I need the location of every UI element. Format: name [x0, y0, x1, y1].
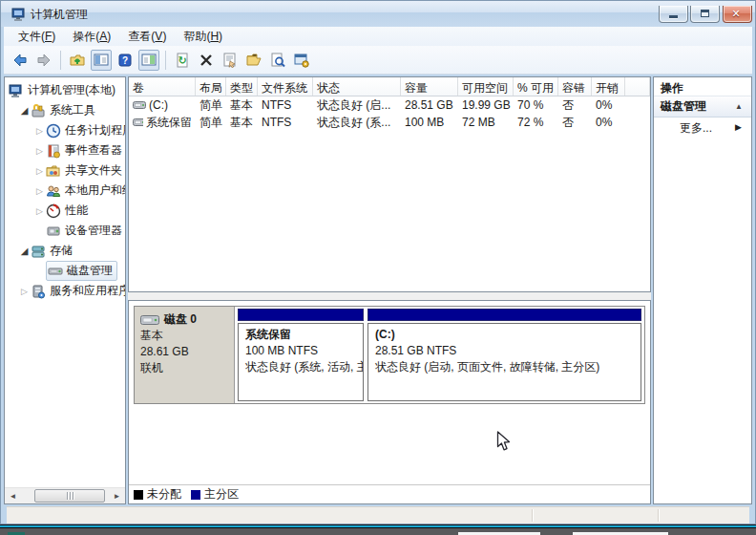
open-folder-icon[interactable]: [243, 50, 264, 71]
column-header-capacity[interactable]: 容量: [401, 77, 458, 96]
up-level-icon[interactable]: [67, 50, 88, 71]
toolbar-separator: [165, 51, 166, 70]
collapsed-arrow-icon[interactable]: ▷: [33, 206, 46, 216]
column-header-filler: [625, 77, 650, 96]
tree-item-performance[interactable]: ▷ 性能: [5, 201, 125, 221]
pane-splitter[interactable]: [128, 292, 651, 300]
tree-item-local-users-groups[interactable]: ▷ 本地用户和组: [5, 181, 125, 201]
primary-partition-color-swatch: [191, 490, 200, 500]
column-header-free-space[interactable]: 可用空间: [458, 77, 514, 96]
table-row[interactable]: 系统保留 简单 基本 NTFS 状态良好 (系... 100 MB 72 MB …: [129, 114, 650, 131]
help-icon[interactable]: ?: [115, 50, 136, 71]
device-manager-icon: [46, 224, 63, 239]
task-scheduler-icon: [46, 123, 63, 139]
column-header-status[interactable]: 状态: [313, 77, 401, 96]
menu-file[interactable]: 文件(F): [10, 27, 64, 47]
actions-pane-title: 操作: [654, 77, 751, 96]
expanded-arrow-icon[interactable]: ◢: [18, 105, 31, 116]
toolbar-separator: [60, 51, 61, 70]
menu-action[interactable]: 操作(A): [64, 27, 119, 47]
statusbar-separator: [658, 509, 659, 522]
collapsed-arrow-icon[interactable]: ▷: [33, 166, 46, 176]
tree-item-device-manager[interactable]: 设备管理器: [5, 221, 125, 241]
window-title: 计算机管理: [31, 7, 88, 23]
more-actions-item[interactable]: 更多... ▶: [654, 118, 751, 139]
disk-type: 基本: [140, 328, 228, 344]
mouse-cursor: [496, 431, 511, 455]
scroll-right-icon[interactable]: ►: [109, 488, 125, 503]
refresh-icon[interactable]: ↻: [172, 50, 193, 71]
close-button[interactable]: ✕: [723, 6, 752, 23]
tree-horizontal-scrollbar[interactable]: ◄ ►: [5, 487, 125, 503]
scrollbar-track[interactable]: [21, 488, 109, 503]
collapsed-arrow-icon[interactable]: ▷: [18, 287, 31, 296]
tree-item-event-viewer[interactable]: ▷ 事件查看器: [5, 140, 125, 160]
computer-management-window: 计算机管理 ✕ 文件(F) 操作(A) 查看(V) 帮助(H): [0, 0, 756, 524]
collapsed-arrow-icon[interactable]: ▷: [33, 126, 46, 136]
collapsed-arrow-icon[interactable]: ▷: [33, 146, 46, 156]
column-header-filesystem[interactable]: 文件系统: [258, 77, 313, 96]
manage-computer-icon[interactable]: [291, 50, 312, 71]
svg-text:?: ?: [122, 55, 128, 66]
tree-item-disk-management[interactable]: 磁盘管理: [5, 261, 125, 281]
actions-pane: 操作 磁盘管理 ▲ 更多... ▶: [653, 76, 752, 504]
scroll-left-icon[interactable]: ◄: [5, 488, 21, 503]
show-action-pane-icon[interactable]: [138, 50, 159, 71]
partition-legend: 未分配 主分区: [129, 484, 650, 503]
delete-icon[interactable]: [196, 50, 217, 71]
services-icon: [31, 284, 48, 299]
shared-folders-icon: [46, 163, 63, 179]
collapse-section-icon[interactable]: ▲: [735, 102, 743, 111]
column-header-pct-free[interactable]: % 可用: [514, 77, 558, 96]
tree-item-storage[interactable]: ◢ 存储: [5, 241, 125, 261]
actions-section-disk-management[interactable]: 磁盘管理 ▲: [654, 96, 751, 118]
volume-list-header: 卷 布局 类型 文件系统 状态 容量 可用空间 % 可用 容错 开销: [129, 77, 650, 96]
statusbar-separator: [532, 509, 533, 522]
minimize-button[interactable]: [659, 6, 688, 23]
forward-icon[interactable]: [33, 50, 54, 71]
tree-item-services-applications[interactable]: ▷ 服务和应用程序: [5, 281, 125, 301]
tree-item-task-scheduler[interactable]: ▷ 任务计划程序: [5, 120, 125, 140]
disk-0-header[interactable]: 磁盘 0 基本 28.61 GB 联机: [135, 307, 235, 403]
main-pane: 卷 布局 类型 文件系统 状态 容量 可用空间 % 可用 容错 开销: [128, 76, 651, 504]
show-console-tree-icon[interactable]: [91, 50, 112, 71]
event-viewer-icon: [46, 143, 63, 159]
legend-primary-partition: 主分区: [191, 486, 239, 503]
column-header-overhead[interactable]: 开销: [592, 77, 625, 96]
desktop-taskbar-sliver: [0, 524, 756, 535]
find-icon[interactable]: [267, 50, 288, 71]
menu-view[interactable]: 查看(V): [119, 27, 175, 47]
expanded-arrow-icon[interactable]: ◢: [18, 246, 31, 256]
column-header-volume[interactable]: 卷: [129, 77, 196, 96]
collapsed-arrow-icon[interactable]: ▷: [33, 186, 46, 196]
app-icon: [11, 7, 27, 25]
selected-item-highlight: 磁盘管理: [46, 261, 117, 281]
menu-help[interactable]: 帮助(H): [175, 27, 231, 47]
console-tree-pane: 计算机管理(本地) ◢ 系统工具 ▷ 任务计划程序: [4, 76, 126, 504]
volume-icon: [133, 100, 146, 110]
tree-item-computer-management[interactable]: 计算机管理(本地): [5, 80, 125, 100]
svg-text:↻: ↻: [178, 54, 186, 66]
performance-icon: [46, 203, 63, 219]
maximize-button[interactable]: [690, 6, 720, 23]
partition-c-drive[interactable]: (C:) 28.51 GB NTFS 状态良好 (启动, 页面文件, 故障转储,…: [368, 309, 641, 401]
disk-management-icon: [48, 264, 65, 279]
menu-bar: 文件(F) 操作(A) 查看(V) 帮助(H): [4, 27, 752, 46]
partition-system-reserved[interactable]: 系统保留 100 MB NTFS 状态良好 (系统, 活动, 主分区): [238, 309, 364, 401]
disk-0-row: 磁盘 0 基本 28.61 GB 联机 系统保留: [134, 306, 645, 404]
column-header-fault-tolerance[interactable]: 容错: [558, 77, 592, 96]
status-bar: [7, 506, 749, 524]
partition-color-strip: [238, 309, 364, 321]
back-icon[interactable]: [10, 50, 31, 71]
legend-unallocated: 未分配: [134, 486, 181, 503]
tree-item-shared-folders[interactable]: ▷ 共享文件夹: [5, 160, 125, 181]
column-header-type[interactable]: 类型: [226, 77, 258, 96]
scrollbar-thumb[interactable]: [34, 489, 105, 503]
column-header-layout[interactable]: 布局: [196, 77, 226, 96]
table-row[interactable]: (C:) 简单 基本 NTFS 状态良好 (启... 28.51 GB 19.9…: [129, 96, 650, 114]
disk-icon: [140, 314, 159, 326]
properties-icon[interactable]: [220, 50, 241, 71]
volume-list: 卷 布局 类型 文件系统 状态 容量 可用空间 % 可用 容错 开销: [128, 76, 651, 292]
tree-item-system-tools[interactable]: ◢ 系统工具: [5, 100, 125, 120]
titlebar[interactable]: 计算机管理 ✕: [1, 1, 755, 27]
